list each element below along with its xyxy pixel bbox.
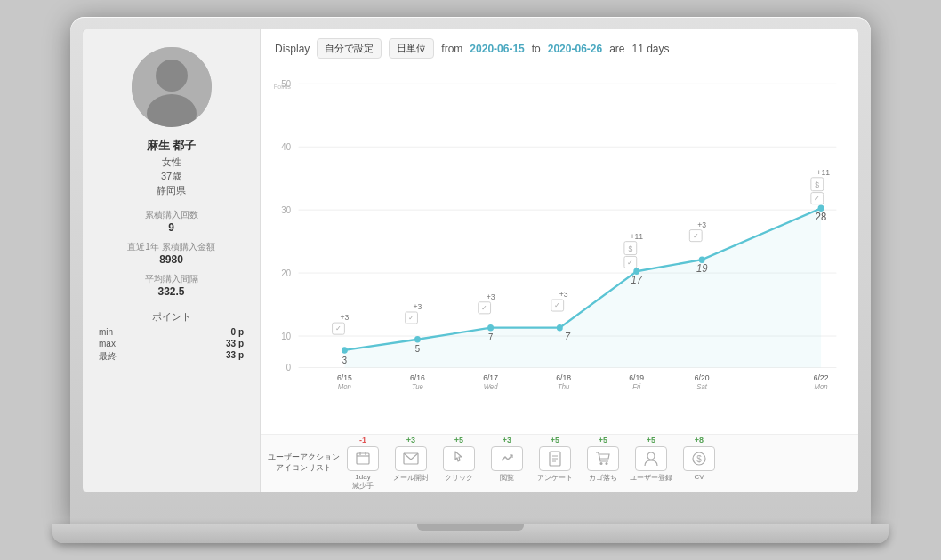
stat-purchase-count-value: 9 [99,221,244,234]
action-badge-browse: +3 [503,436,511,444]
svg-text:Wed: Wed [484,382,498,390]
laptop-base [52,524,889,543]
svg-point-17 [342,347,348,353]
svg-text:30: 30 [281,205,291,215]
stat-purchase-count: 累積購入回数 9 [99,209,244,234]
svg-text:40: 40 [281,142,291,152]
action-badge-cv: +8 [695,436,704,444]
svg-point-18 [414,336,421,342]
svg-text:+3: +3 [559,290,568,299]
svg-point-20 [557,324,563,331]
points-max-row: max 33 p [99,339,244,348]
points-min-label: min [99,327,113,337]
svg-text:+11: +11 [816,168,830,177]
action-item-email: +3 メール開封 [388,436,434,491]
action-label-cart: カゴ落ち [589,473,617,483]
svg-text:✓: ✓ [481,304,487,312]
svg-text:Tue: Tue [412,382,423,390]
action-badge-email: +3 [406,436,415,444]
stat-purchase-interval-label: 平均購入間隔 [99,273,244,285]
svg-text:+3: +3 [414,302,422,311]
action-icons-list: -1 1day 減少手 +3 メール開封 [340,436,851,491]
user-gender: 女性 [147,156,197,169]
svg-text:✓: ✓ [693,232,699,240]
svg-text:0: 0 [286,363,292,372]
sidebar: 麻生 都子 女性 37歳 静岡県 累積購入回数 9 直近1年 累積購入金額 89… [83,29,261,492]
action-icon-survey [539,446,571,471]
action-label-survey: アンケート [537,473,573,483]
points-title: ポイント [99,310,244,324]
svg-point-19 [487,324,494,331]
svg-text:6/20: 6/20 [695,373,710,382]
date-to: 2020-06-26 [548,43,602,55]
svg-text:Sat: Sat [696,382,707,390]
action-badge-decrease: -1 [359,436,366,444]
svg-text:Thu: Thu [558,382,570,390]
svg-text:✓: ✓ [408,314,414,322]
svg-point-86 [600,462,603,465]
action-item-click: +5 クリック [436,436,482,491]
svg-text:+3: +3 [340,313,349,322]
action-item-cart: +5 カゴ落ち [580,436,626,491]
svg-text:6/18: 6/18 [556,373,571,382]
action-label-decrease: 1day 減少手 [352,473,374,491]
setting-badge[interactable]: 自分で設定 [317,38,382,59]
points-min-row: min 0 p [99,327,244,337]
svg-text:6/16: 6/16 [410,373,425,382]
action-bar: ユーザーアクション アイコンリスト -1 1day 減少手 +3 [261,434,858,492]
points-max-value: 33 p [226,339,244,348]
from-label: from [441,43,462,55]
svg-text:+11: +11 [630,232,643,241]
stat-purchase-amount-label: 直近1年 累積購入金額 [99,241,244,253]
action-icon-cv: $ [683,446,715,471]
svg-text:17: 17 [631,274,642,285]
date-from: 2020-06-15 [470,43,524,55]
svg-text:7: 7 [565,330,571,341]
stat-purchase-count-label: 累積購入回数 [99,209,244,221]
user-name: 麻生 都子 [147,138,197,154]
action-label-browse: 閲覧 [500,473,514,483]
svg-text:$: $ [815,180,819,189]
svg-text:✓: ✓ [554,301,560,309]
svg-text:✓: ✓ [627,259,633,267]
svg-text:19: 19 [696,262,708,274]
svg-text:Mon: Mon [815,382,829,390]
points-min-value: 0 p [231,327,244,337]
points-section: ポイント min 0 p max 33 p 最終 33 p [92,310,251,364]
are-label: are [609,43,624,55]
action-label-click: クリック [445,473,473,483]
points-last-value: 33 p [226,350,244,363]
unit-badge[interactable]: 日単位 [389,38,434,59]
svg-text:20: 20 [281,268,291,278]
stat-purchase-interval: 平均購入間隔 332.5 [99,273,244,298]
action-icon-cart [587,446,619,471]
chart-area: 50 Points 40 30 20 10 0 [261,68,858,434]
main-content: Display 自分で設定 日単位 from 2020-06-15 to 202… [261,29,858,492]
svg-text:10: 10 [281,331,291,340]
svg-rect-77 [357,453,369,464]
svg-text:6/15: 6/15 [337,373,352,382]
action-badge-cart: +5 [599,436,607,444]
svg-point-88 [647,452,655,460]
action-badge-survey: +5 [551,436,559,444]
svg-text:+3: +3 [487,292,495,301]
svg-text:$: $ [628,244,632,253]
stat-purchase-amount: 直近1年 累積購入金額 8980 [99,241,244,266]
svg-point-1 [156,60,188,92]
stat-purchase-interval-value: 332.5 [99,285,244,298]
action-badge-click: +5 [454,436,463,444]
svg-text:28: 28 [816,211,827,222]
action-item-survey: +5 アンケート [532,436,578,491]
days-value: 11 days [632,43,670,55]
svg-text:7: 7 [488,332,493,341]
action-item-browse: +3 閲覧 [484,436,530,491]
action-icon-browse [491,446,523,471]
svg-text:+3: +3 [697,220,706,228]
user-info: 麻生 都子 女性 37歳 静岡県 [147,138,197,198]
points-max-label: max [99,339,116,348]
svg-text:Points: Points [274,83,292,91]
svg-text:✓: ✓ [335,324,342,332]
action-bar-label: ユーザーアクション アイコンリスト [268,452,340,473]
stat-purchase-amount-value: 8980 [99,253,244,266]
action-badge-register: +5 [647,436,655,444]
